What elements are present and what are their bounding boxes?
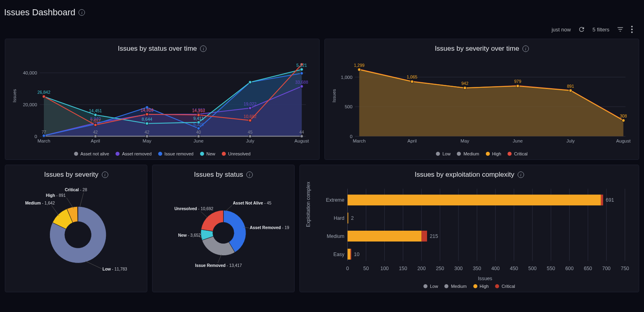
page-title: Issues Dashboard bbox=[4, 7, 75, 18]
svg-point-31 bbox=[42, 95, 45, 98]
legend-item[interactable]: Asset removed bbox=[116, 151, 151, 156]
svg-text:2: 2 bbox=[351, 215, 354, 221]
exploitation-chart[interactable]: Exploitation complexity 691221510 Extrem… bbox=[305, 182, 634, 281]
svg-text:50: 50 bbox=[363, 266, 369, 271]
svg-rect-137 bbox=[421, 231, 427, 242]
refresh-icon[interactable] bbox=[578, 26, 585, 33]
svg-rect-134 bbox=[347, 213, 348, 223]
svg-text:Low - 11,783: Low - 11,783 bbox=[103, 267, 128, 271]
svg-rect-140 bbox=[351, 249, 351, 260]
legend-item[interactable]: Medium bbox=[444, 284, 466, 289]
svg-text:14,864: 14,864 bbox=[140, 107, 153, 112]
svg-text:77: 77 bbox=[41, 130, 46, 134]
svg-text:May: May bbox=[460, 138, 469, 143]
svg-text:308: 308 bbox=[620, 114, 627, 118]
svg-point-11 bbox=[249, 135, 252, 138]
legend-item[interactable]: Asset not alive bbox=[74, 151, 109, 156]
svg-text:Issues: Issues bbox=[478, 276, 492, 281]
legend-item[interactable]: New bbox=[200, 151, 215, 156]
svg-text:Issue Removed - 13,417: Issue Removed - 13,417 bbox=[195, 263, 242, 268]
info-icon[interactable]: i bbox=[518, 171, 524, 178]
svg-point-10 bbox=[197, 135, 200, 138]
svg-text:10,692: 10,692 bbox=[244, 114, 256, 119]
svg-text:215: 215 bbox=[430, 233, 438, 239]
more-menu-icon[interactable] bbox=[631, 26, 633, 33]
svg-text:Unresolved - 10,692: Unresolved - 10,692 bbox=[174, 207, 213, 211]
svg-point-17 bbox=[249, 107, 252, 110]
svg-text:August: August bbox=[295, 138, 310, 143]
svg-text:1,065: 1,065 bbox=[407, 74, 417, 79]
legend-item[interactable]: Issue removed bbox=[158, 151, 194, 156]
info-icon[interactable]: i bbox=[102, 171, 108, 178]
svg-point-9 bbox=[146, 135, 149, 138]
filters-label[interactable]: 5 filters bbox=[592, 27, 609, 33]
svg-text:300: 300 bbox=[454, 266, 463, 271]
svg-rect-139 bbox=[347, 249, 350, 260]
legend-item[interactable]: Critical bbox=[495, 284, 515, 289]
legend-item[interactable]: Critical bbox=[508, 151, 528, 156]
svg-point-79 bbox=[463, 87, 466, 89]
svg-point-33 bbox=[146, 113, 149, 116]
svg-point-81 bbox=[569, 89, 572, 92]
filter-icon[interactable] bbox=[617, 26, 624, 33]
legend-item[interactable]: Medium bbox=[457, 151, 479, 156]
panel-status-over-time: Issues by status over time i Issues 0 20… bbox=[5, 39, 320, 160]
svg-line-99 bbox=[85, 261, 101, 269]
svg-text:April: April bbox=[91, 138, 100, 143]
svg-text:8,644: 8,644 bbox=[142, 117, 152, 122]
svg-point-8 bbox=[94, 135, 97, 138]
legend: LowMediumHighCritical bbox=[305, 284, 634, 289]
svg-text:650: 650 bbox=[584, 266, 592, 271]
svg-point-27 bbox=[146, 122, 149, 125]
svg-text:600: 600 bbox=[565, 266, 574, 271]
svg-text:Extreme: Extreme bbox=[326, 197, 345, 203]
svg-line-100 bbox=[52, 205, 59, 216]
svg-text:42: 42 bbox=[144, 130, 149, 134]
panel-exploitation-complexity: Issues by exploitation complexity i Expl… bbox=[299, 165, 639, 292]
svg-line-112 bbox=[201, 211, 208, 218]
svg-line-102 bbox=[80, 192, 83, 207]
severity-donut-chart[interactable]: Low - 11,783Medium - 1,642High - 891Crit… bbox=[10, 182, 142, 276]
info-icon[interactable]: i bbox=[78, 9, 85, 16]
svg-rect-132 bbox=[601, 194, 603, 205]
svg-text:0: 0 bbox=[35, 134, 37, 139]
svg-point-77 bbox=[358, 68, 361, 71]
svg-text:New - 3,652: New - 3,652 bbox=[178, 233, 201, 238]
svg-point-18 bbox=[300, 85, 303, 88]
svg-line-108 bbox=[225, 205, 232, 211]
svg-point-26 bbox=[94, 114, 97, 116]
svg-text:1,299: 1,299 bbox=[354, 63, 364, 68]
severity-time-chart[interactable]: Issues 0 500 1,000 1,2991,06594297989130… bbox=[330, 56, 634, 149]
svg-text:Issues: Issues bbox=[332, 89, 336, 103]
svg-text:Medium: Medium bbox=[327, 233, 345, 239]
svg-text:979: 979 bbox=[514, 79, 521, 84]
svg-text:750: 750 bbox=[621, 266, 629, 271]
legend-item[interactable]: Low bbox=[436, 151, 450, 156]
panel-status-donut: Issues by status i Asset Not Alive - 45A… bbox=[152, 165, 295, 292]
legend-item[interactable]: High bbox=[473, 284, 489, 289]
info-icon[interactable]: i bbox=[522, 45, 529, 52]
svg-rect-136 bbox=[347, 231, 421, 242]
svg-text:9,411: 9,411 bbox=[193, 116, 204, 121]
status-donut-chart[interactable]: Asset Not Alive - 45Asset Removed - 19,6… bbox=[157, 182, 289, 276]
svg-text:5,121: 5,121 bbox=[296, 63, 307, 68]
svg-point-80 bbox=[516, 85, 519, 87]
panel-severity-donut: Issues by severity i Low - 11,783Medium … bbox=[5, 165, 147, 292]
info-icon[interactable]: i bbox=[246, 171, 253, 178]
svg-text:200: 200 bbox=[417, 266, 426, 271]
status-time-chart[interactable]: Issues 0 20,000 40,000 7742424045448,940… bbox=[10, 56, 314, 149]
svg-text:July: July bbox=[246, 138, 254, 143]
legend-item[interactable]: Low bbox=[423, 284, 438, 289]
svg-point-24 bbox=[300, 72, 303, 74]
svg-text:500: 500 bbox=[528, 266, 537, 271]
svg-text:500: 500 bbox=[345, 104, 352, 109]
svg-text:450: 450 bbox=[510, 266, 518, 271]
svg-text:700: 700 bbox=[602, 266, 611, 271]
svg-text:550: 550 bbox=[547, 266, 555, 271]
legend-item[interactable]: Unresolved bbox=[222, 151, 251, 156]
svg-text:Asset Not Alive - 45: Asset Not Alive - 45 bbox=[233, 201, 271, 205]
legend-item[interactable]: High bbox=[486, 151, 502, 156]
info-icon[interactable]: i bbox=[200, 45, 206, 52]
svg-text:44: 44 bbox=[299, 130, 304, 134]
legend: LowMediumHighCritical bbox=[330, 151, 634, 156]
